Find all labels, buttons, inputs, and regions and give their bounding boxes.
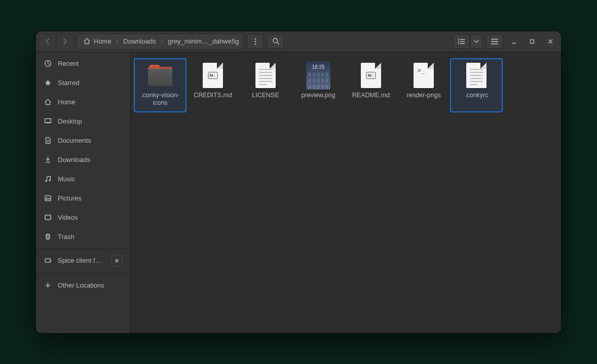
svg-rect-14 [512,43,516,44]
svg-point-22 [46,197,47,198]
sidebar-item-downloads[interactable]: Downloads [36,150,130,170]
window-body: RecentStarredHomeDesktopDocumentsDownloa… [36,52,561,333]
path-menu-button[interactable] [247,34,264,49]
sidebar-item-trash[interactable]: Trash [36,227,130,247]
sidebar-item-label: Home [58,98,122,106]
file-name: .conkyrc [465,92,489,100]
svg-point-1 [255,41,256,42]
svg-rect-28 [115,261,119,262]
music-icon [44,175,52,183]
search-button[interactable] [267,34,284,49]
svg-rect-11 [491,38,498,39]
breadcrumb-segment[interactable]: grey_minim…_dahwe5g [164,34,243,49]
sidebar-item-spice[interactable]: Spice client f… [36,249,130,271]
svg-point-2 [255,43,256,45]
sidebar-item-music[interactable]: Music [36,170,130,189]
svg-line-4 [277,43,279,45]
sidebar-item-label: Documents [58,137,122,144]
breadcrumb-segment[interactable]: Downloads [119,34,160,49]
sidebar-item-label: Starred [58,79,122,87]
svg-rect-13 [491,43,498,44]
maximize-button[interactable] [525,34,540,49]
breadcrumb-label: Home [94,37,111,45]
file-item[interactable]: .conky-vision-icons [134,58,186,112]
breadcrumb-label: grey_minim…_dahwe5g [168,37,239,45]
clock-icon [44,60,52,67]
sidebar: RecentStarredHomeDesktopDocumentsDownloa… [36,52,131,333]
sidebar-item-label: Recent [58,60,122,67]
sidebar-item-label: Desktop [58,117,122,125]
nav-buttons [39,34,73,49]
svg-rect-18 [45,122,51,123]
breadcrumb-label: Downloads [123,37,156,45]
document-icon [44,137,52,144]
list-view-button[interactable] [453,34,470,49]
desktop-icon [44,117,52,125]
breadcrumb-segment[interactable]: Home [79,34,116,49]
file-item[interactable]: M↓README.md [345,58,397,112]
download-icon [44,156,52,164]
sidebar-item-label: Music [58,175,122,183]
svg-point-20 [49,180,50,181]
sidebar-item-documents[interactable]: Documents [36,131,130,150]
sidebar-item-label: Trash [58,233,122,240]
plus-icon [44,281,52,289]
path-bar[interactable]: Home/Downloads/grey_minim…_dahwe5g/Grey-… [77,33,244,50]
file-icon [255,63,276,88]
file-item[interactable]: >_render-pngs [397,58,450,112]
trash-icon [44,233,52,240]
sidebar-item-label: Pictures [58,194,122,202]
eject-button[interactable] [111,255,122,266]
sidebar-item-home[interactable]: Home [36,93,130,112]
svg-point-5 [458,38,459,39]
view-dropdown-button[interactable] [470,34,483,49]
sidebar-item-label: Videos [58,214,122,221]
sidebar-item-recent[interactable]: Recent [36,54,130,73]
svg-point-7 [458,41,459,42]
home-icon [44,98,52,106]
minimize-button[interactable] [506,34,521,49]
disk-icon [44,257,52,264]
path-separator: / [116,37,120,45]
sidebar-item-other[interactable]: Other Locations [36,273,130,296]
svg-rect-25 [50,215,51,220]
svg-point-27 [49,260,50,261]
file-grid[interactable]: .conky-vision-iconsM↓CREDITS.mdLICENSE18… [131,52,561,333]
svg-rect-24 [45,215,46,220]
file-item[interactable]: .conkyrc [450,58,503,112]
sidebar-item-videos[interactable]: Videos [36,208,130,227]
view-controls [453,34,483,49]
star-icon [44,79,52,87]
svg-rect-6 [460,39,465,40]
folder-icon [148,65,172,86]
svg-rect-12 [491,41,498,42]
file-name: preview.png [302,92,335,100]
sidebar-item-label: Spice client f… [58,257,105,264]
file-name: CREDITS.md [194,92,232,100]
forward-button[interactable] [56,34,73,49]
picture-icon [44,194,52,202]
file-name: .conky-vision-icons [136,92,184,107]
sidebar-item-label: Downloads [58,156,122,164]
titlebar: Home/Downloads/grey_minim…_dahwe5g/Grey-… [36,31,561,52]
sidebar-item-desktop[interactable]: Desktop [36,112,130,131]
back-button[interactable] [39,34,56,49]
svg-rect-15 [531,39,534,43]
image-thumbnail: 18:25 [306,61,330,90]
file-icon: >_ [414,63,434,88]
sidebar-item-starred[interactable]: Starred [36,73,130,93]
close-button[interactable] [543,34,558,49]
svg-rect-21 [45,196,51,201]
video-icon [44,214,52,221]
file-icon [466,63,487,88]
hamburger-menu-button[interactable] [486,34,503,49]
file-name: LICENSE [252,92,279,100]
file-name: render-pngs [406,92,440,100]
path-separator: / [160,37,164,45]
svg-point-19 [45,180,47,182]
home-icon [83,37,91,45]
file-item[interactable]: 18:25preview.png [292,58,345,112]
file-item[interactable]: LICENSE [239,58,292,112]
sidebar-item-pictures[interactable]: Pictures [36,189,130,208]
file-item[interactable]: M↓CREDITS.md [186,58,239,112]
